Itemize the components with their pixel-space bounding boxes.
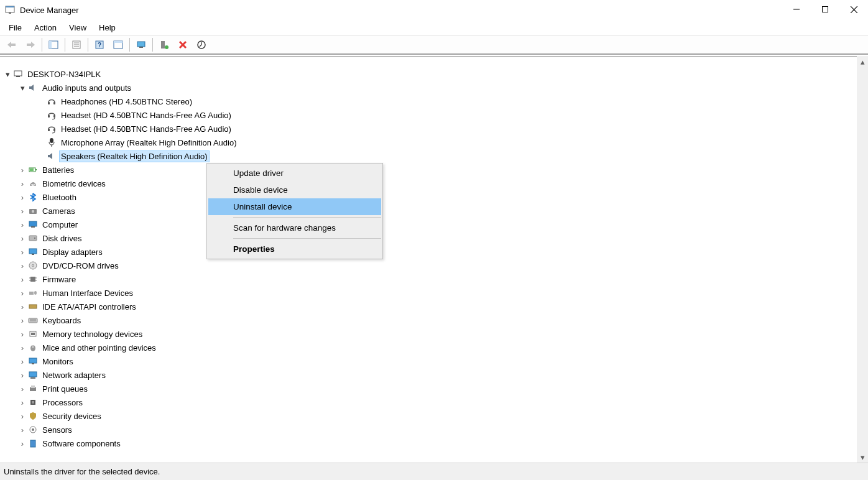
menu-help[interactable]: Help <box>93 21 122 35</box>
tree-category-network[interactable]: › Network adapters <box>0 368 857 382</box>
chevron-right-icon[interactable]: › <box>17 288 27 298</box>
context-disable-device[interactable]: Disable device <box>208 182 381 198</box>
svg-point-40 <box>32 210 34 213</box>
tree-category-ide[interactable]: › IDE ATA/ATAPI controllers <box>0 300 857 313</box>
tree-category-display[interactable]: › Display adapters <box>0 245 857 259</box>
context-scan-hardware[interactable]: Scan for hardware changes <box>208 219 381 236</box>
context-properties[interactable]: Properties <box>208 241 381 257</box>
chevron-right-icon[interactable]: › <box>17 384 27 394</box>
tree-item-microphone[interactable]: Microphone Array (Realtek High Definitio… <box>0 136 857 149</box>
tree-category-sensors[interactable]: › Sensors <box>0 423 857 436</box>
tree-category-mice[interactable]: › Mice and other pointing devices <box>0 341 857 354</box>
chevron-right-icon[interactable]: › <box>17 193 27 202</box>
context-uninstall-device[interactable]: Uninstall device <box>208 198 381 215</box>
chevron-right-icon[interactable]: › <box>17 234 27 243</box>
minimize-button[interactable] <box>782 0 811 19</box>
tree-label: Monitors <box>41 356 75 367</box>
tree-category-hid[interactable]: › Human Interface Devices <box>0 286 857 300</box>
maximize-button[interactable] <box>811 0 839 19</box>
disable-device-button[interactable] <box>174 37 192 52</box>
tree-category-diskdrives[interactable]: › Disk drives <box>0 231 857 245</box>
tree-item-headset2[interactable]: Headset (HD 4.50BTNC Hands-Free AG Audio… <box>0 122 857 136</box>
tree-category-biometric[interactable]: › Biometric devices <box>0 177 857 190</box>
svg-rect-4 <box>823 7 828 12</box>
scan-hardware-button[interactable] <box>132 37 150 52</box>
tree-label: Computer <box>41 219 79 230</box>
tree-label: Memory technology devices <box>41 329 144 339</box>
forward-button[interactable] <box>22 37 39 52</box>
chevron-right-icon[interactable]: › <box>17 439 27 448</box>
chevron-right-icon[interactable]: › <box>17 165 27 175</box>
tree-item-headset1[interactable]: Headset (HD 4.50BTNC Hands-Free AG Audio… <box>0 108 857 122</box>
chevron-right-icon[interactable]: › <box>17 275 27 284</box>
tree-category-computer[interactable]: › Computer <box>0 218 857 231</box>
tree-category-bluetooth[interactable]: › Bluetooth <box>0 190 857 204</box>
device-tree[interactable]: ▾ DESKTOP-N34IPLK ▾ Audio inputs and out… <box>0 67 857 463</box>
chevron-right-icon[interactable]: › <box>17 247 27 257</box>
tree-category-dvd[interactable]: › DVD/CD-ROM drives <box>0 259 857 272</box>
tree-category-software[interactable]: › Software components <box>0 436 857 450</box>
tree-category-audio[interactable]: ▾ Audio inputs and outputs <box>0 81 857 95</box>
toolbar-separator <box>88 38 88 52</box>
menu-action[interactable]: Action <box>28 21 63 35</box>
chevron-right-icon[interactable]: › <box>17 371 27 380</box>
chevron-right-icon[interactable]: › <box>17 357 27 366</box>
tree-category-processors[interactable]: › Processors <box>0 395 857 409</box>
tree-category-cameras[interactable]: › Cameras <box>0 204 857 218</box>
toolbar: ? <box>0 36 868 55</box>
window-title: Device Manager <box>20 6 79 15</box>
headset-icon <box>46 123 57 134</box>
chevron-right-icon[interactable]: › <box>17 206 27 216</box>
chevron-right-icon[interactable]: › <box>17 220 27 229</box>
show-hide-tree-button[interactable] <box>45 37 62 52</box>
action-toolbar-button[interactable] <box>109 37 127 52</box>
headphones-icon <box>46 96 57 107</box>
properties-button[interactable] <box>68 37 85 52</box>
tree-category-batteries[interactable]: › Batteries <box>0 163 857 177</box>
chevron-down-icon[interactable]: ▾ <box>17 83 27 93</box>
chevron-down-icon[interactable]: ▾ <box>2 70 12 79</box>
svg-rect-26 <box>14 71 22 76</box>
tree-label: Biometric devices <box>41 178 107 189</box>
chevron-right-icon[interactable]: › <box>17 425 27 435</box>
speaker-icon <box>27 82 39 93</box>
tree-item-speakers[interactable]: Speakers (Realtek High Definition Audio) <box>0 149 857 163</box>
vertical-scrollbar[interactable]: ▴ ▾ <box>857 56 868 463</box>
disc-icon <box>27 260 39 271</box>
chevron-right-icon[interactable]: › <box>17 412 27 421</box>
tree-label: Sensors <box>41 425 73 435</box>
chevron-right-icon[interactable]: › <box>17 179 27 188</box>
chevron-right-icon[interactable]: › <box>17 330 27 339</box>
svg-rect-42 <box>31 226 35 228</box>
back-button[interactable] <box>3 37 21 52</box>
headset-icon <box>46 109 57 121</box>
enable-device-button[interactable] <box>155 37 173 52</box>
tree-label: Firmware <box>41 274 77 285</box>
tree-item-headphones[interactable]: Headphones (HD 4.50BTNC Stereo) <box>0 95 857 108</box>
fingerprint-icon <box>27 178 39 189</box>
close-button[interactable] <box>839 0 868 19</box>
update-driver-button[interactable] <box>193 37 210 52</box>
scroll-down-button[interactable]: ▾ <box>857 451 868 463</box>
tree-category-monitors[interactable]: › Monitors <box>0 354 857 368</box>
help-button[interactable]: ? <box>91 37 108 52</box>
tree-category-memtech[interactable]: › Memory technology devices <box>0 327 857 341</box>
tree-category-firmware[interactable]: › Firmware <box>0 272 857 286</box>
statusbar-text: Uninstalls the driver for the selected d… <box>4 467 160 476</box>
chevron-right-icon[interactable]: › <box>17 316 27 325</box>
chevron-right-icon[interactable]: › <box>17 302 27 312</box>
tree-category-security[interactable]: › Security devices <box>0 409 857 423</box>
chevron-right-icon[interactable]: › <box>17 398 27 407</box>
svg-rect-21 <box>161 41 165 48</box>
memory-icon <box>27 328 39 339</box>
chevron-right-icon[interactable]: › <box>17 261 27 270</box>
scroll-up-button[interactable]: ▴ <box>857 56 868 67</box>
menu-view[interactable]: View <box>63 21 93 35</box>
tree-category-keyboards[interactable]: › Keyboards <box>0 313 857 327</box>
context-update-driver[interactable]: Update driver <box>208 165 381 182</box>
tree-category-printqueues[interactable]: › Print queues <box>0 382 857 395</box>
tree-root[interactable]: ▾ DESKTOP-N34IPLK <box>0 67 857 81</box>
chevron-right-icon[interactable]: › <box>17 343 27 353</box>
tree-label: Headphones (HD 4.50BTNC Stereo) <box>60 96 193 107</box>
menu-file[interactable]: File <box>2 21 28 35</box>
